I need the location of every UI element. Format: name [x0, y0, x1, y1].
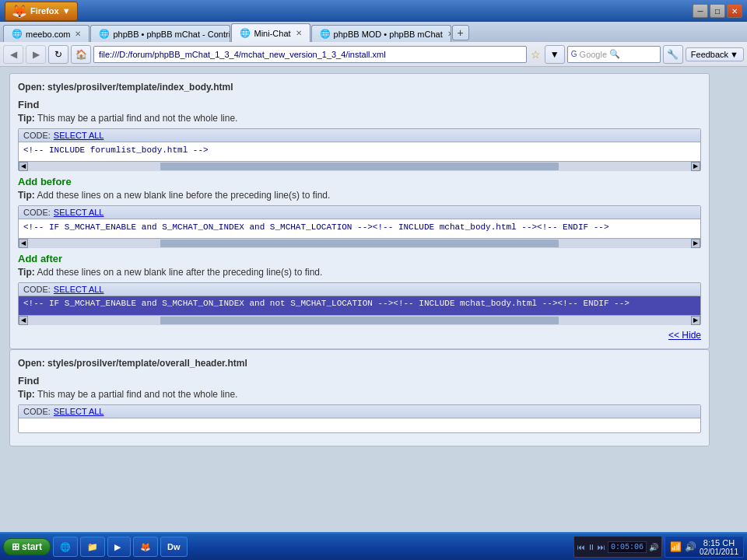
minimize-button[interactable]: ─ — [693, 4, 708, 18]
system-tray: 📶 🔊 8:15 CH 02/01/2011 — [665, 536, 744, 558]
media-next-btn[interactable]: ⏭ — [598, 543, 605, 551]
select-all-link-2[interactable]: SELECT ALL — [54, 208, 104, 217]
find-code-content: <!-- INCLUDE forumlist_body.html --> — [19, 142, 700, 161]
tab-meebo[interactable]: 🌐 meebo.com ✕ — [3, 25, 89, 42]
windows-logo-icon: ⊞ — [12, 541, 19, 552]
tab-close-icon[interactable]: ✕ — [447, 30, 451, 38]
ie-icon: 🌐 — [60, 542, 71, 552]
scroll-thumb — [160, 163, 558, 170]
firefox-logo-icon: 🦊 — [12, 4, 27, 19]
add-before-label: Add before — [18, 176, 701, 187]
add-after-tip: Tip: Add these lines on a new blank line… — [18, 267, 701, 278]
tab-mini-chat[interactable]: 🌐 Mini-Chat ✕ — [231, 23, 310, 42]
code-header-add-before: CODE: SELECT ALL — [19, 206, 700, 219]
taskbar-item-firefox[interactable]: 🦊 — [133, 537, 158, 557]
add-after-code-content: <!-- IF S_MCHAT_ENABLE and S_MCHAT_ON_IN… — [19, 296, 700, 315]
maximize-button[interactable]: □ — [710, 4, 725, 18]
hide-link-1[interactable]: << Hide — [18, 330, 701, 341]
window-titlebar: 🦊 Firefox ▼ ─ □ ✕ — [0, 0, 747, 22]
select-all-link-4[interactable]: SELECT ALL — [54, 407, 104, 416]
add-after-label: Add after — [18, 253, 701, 264]
section-overall-header: Open: styles/prosilver/template/overall_… — [9, 349, 710, 446]
find-label: Find — [18, 99, 701, 110]
horizontal-scrollbar-find[interactable]: ◀ ▶ — [19, 161, 700, 170]
scroll-track — [28, 162, 691, 171]
new-tab-button[interactable]: + — [452, 25, 469, 40]
horizontal-scrollbar-add-after[interactable]: ◀ ▶ — [19, 315, 700, 324]
scroll-thumb-3 — [160, 317, 558, 324]
taskbar-item-ie[interactable]: 🌐 — [53, 537, 78, 557]
forward-button[interactable]: ▶ — [26, 45, 46, 64]
google-search-icon: G — [571, 50, 577, 58]
open-path: styles/prosilver/template/index_body.htm… — [47, 82, 233, 93]
tab-favicon-icon: 🌐 — [240, 28, 251, 38]
tools-button[interactable]: 🔧 — [663, 45, 683, 64]
taskbar-item-folder[interactable]: 📁 — [80, 537, 105, 557]
scroll-right-btn-3[interactable]: ▶ — [691, 316, 700, 325]
scroll-left-btn-2[interactable]: ◀ — [19, 239, 28, 248]
taskbar-item-media[interactable]: ▶ — [107, 537, 131, 557]
add-before-tip: Tip: Add these lines on a new blank line… — [18, 190, 701, 201]
feedback-dropdown-icon: ▼ — [730, 50, 738, 59]
time-display: 0:05:06 — [608, 541, 647, 553]
section2-open-title: Open: styles/prosilver/template/overall_… — [18, 358, 701, 369]
find-code-block-2: CODE: SELECT ALL — [18, 404, 701, 433]
tab-phpbb-mod[interactable]: 🌐 phpBB MOD • phpBB mChat ✕ — [311, 25, 451, 42]
start-button[interactable]: ⊞ start — [3, 538, 51, 555]
scroll-track-2 — [28, 239, 691, 248]
code-header-add-after: CODE: SELECT ALL — [19, 283, 700, 296]
scroll-left-btn[interactable]: ◀ — [19, 162, 28, 171]
find-tip: Tip: This may be a partial find and not … — [18, 113, 701, 124]
media-player-icon: ▶ — [114, 542, 121, 552]
main-scroll-area[interactable]: Open: styles/prosilver/template/index_bo… — [0, 67, 747, 532]
section-open-title: Open: styles/prosilver/template/index_bo… — [18, 82, 701, 93]
feedback-button[interactable]: Feedback ▼ — [686, 47, 744, 61]
horizontal-scrollbar-add-before[interactable]: ◀ ▶ — [19, 238, 700, 247]
code-header-find-2: CODE: SELECT ALL — [19, 405, 700, 418]
dreamweaver-icon: Dw — [167, 542, 181, 551]
add-before-code-content: <!-- IF S_MCHAT_ENABLE and S_MCHAT_ON_IN… — [19, 219, 700, 238]
select-all-link[interactable]: SELECT ALL — [54, 131, 104, 140]
scroll-right-btn-2[interactable]: ▶ — [691, 239, 700, 248]
clock-display: 8:15 CH 02/01/2011 — [700, 538, 738, 556]
reload-button[interactable]: ↻ — [48, 45, 68, 64]
select-all-link-3[interactable]: SELECT ALL — [54, 285, 104, 294]
media-play-btn[interactable]: ⏸ — [587, 543, 595, 551]
tab-bar: 🌐 meebo.com ✕ 🌐 phpBB • phpBB mChat - Co… — [0, 22, 747, 42]
tab-favicon-icon: 🌐 — [12, 29, 23, 39]
scroll-right-btn[interactable]: ▶ — [691, 162, 700, 171]
back-button[interactable]: ◀ — [3, 45, 23, 64]
tab-phpbb-contrib[interactable]: 🌐 phpBB • phpBB mChat - Contrib... ✕ — [90, 25, 230, 42]
bookmarks-button[interactable]: ▼ — [545, 45, 565, 64]
search-box[interactable]: G Google 🔍 — [567, 46, 661, 63]
add-after-code-block: CODE: SELECT ALL <!-- IF S_MCHAT_ENABLE … — [18, 282, 701, 325]
media-tray: ⏮ ⏸ ⏭ 0:05:06 🔊 — [573, 536, 662, 558]
scroll-thumb-2 — [160, 240, 558, 247]
browser-content-wrapper: Open: styles/prosilver/template/index_bo… — [0, 67, 747, 532]
volume-tray-icon: 🔊 — [685, 541, 696, 552]
open-label-2: Open: — [18, 358, 47, 369]
add-before-code-block: CODE: SELECT ALL <!-- IF S_MCHAT_ENABLE … — [18, 205, 701, 248]
bookmark-star-icon[interactable]: ☆ — [531, 48, 541, 61]
folder-icon: 📁 — [87, 542, 98, 552]
tab-favicon-icon: 🌐 — [320, 29, 331, 39]
taskbar-item-dw[interactable]: Dw — [160, 537, 188, 557]
firefox-menu-button[interactable]: 🦊 Firefox ▼ — [5, 2, 78, 21]
search-magnifier-icon: 🔍 — [609, 49, 620, 59]
tab-close-icon[interactable]: ✕ — [75, 30, 81, 38]
find-code-content-2 — [19, 418, 700, 432]
address-bar[interactable]: file:///D:/forum/phpBB_mChat_1_3_4/mchat… — [93, 46, 527, 63]
find-label-2: Find — [18, 375, 701, 387]
home-button[interactable]: 🏠 — [71, 45, 91, 64]
volume-icon: 🔊 — [649, 543, 658, 551]
tab-close-icon[interactable]: ✕ — [296, 29, 302, 37]
open-label: Open: — [18, 82, 47, 93]
firefox-taskbar-icon: 🦊 — [140, 542, 151, 552]
main-content: Open: styles/prosilver/template/index_bo… — [0, 67, 747, 532]
taskbar: ⊞ start 🌐 📁 ▶ 🦊 Dw ⏮ ⏸ ⏭ 0:05:06 🔊 📶 🔊 8… — [0, 532, 747, 560]
media-prev-btn[interactable]: ⏮ — [577, 543, 585, 551]
scroll-left-btn-3[interactable]: ◀ — [19, 316, 28, 325]
open-path-2: styles/prosilver/template/overall_header… — [47, 358, 247, 369]
find-code-block: CODE: SELECT ALL <!-- INCLUDE forumlist_… — [18, 128, 701, 171]
close-button[interactable]: ✕ — [727, 4, 742, 18]
